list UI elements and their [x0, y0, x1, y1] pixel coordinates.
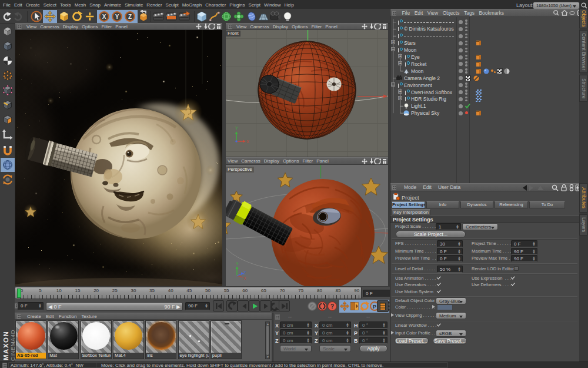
svg-text:Y: Y — [115, 14, 119, 20]
svg-text:Y: Y — [236, 261, 239, 266]
svg-text:X: X — [246, 140, 249, 144]
svg-text:P: P — [373, 304, 376, 310]
svg-text:Y: Y — [235, 126, 238, 130]
svg-text:X: X — [102, 14, 106, 20]
svg-text:X: X — [243, 276, 246, 280]
svg-text:Z: Z — [128, 14, 132, 20]
svg-text:Z: Z — [243, 271, 246, 275]
svg-text:?: ? — [330, 303, 334, 310]
